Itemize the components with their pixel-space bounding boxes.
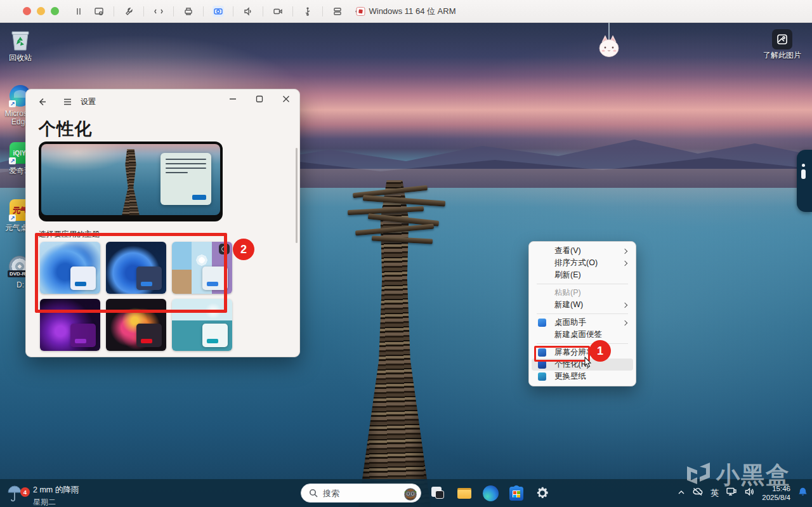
- vm-title-text: Windows 11 64 位 ARM: [369, 6, 455, 17]
- wrench-icon[interactable]: [123, 6, 134, 17]
- learn-picture-widget[interactable]: 了解此图片: [761, 29, 803, 60]
- settings-window[interactable]: 设置 个性化 选择要应用的主题: [25, 89, 300, 357]
- maximize-icon[interactable]: [246, 89, 273, 109]
- edge-browser-button[interactable]: [481, 484, 499, 502]
- window-controls: [23, 7, 59, 15]
- storage-icon[interactable]: [332, 6, 343, 17]
- minimize-icon[interactable]: [219, 89, 246, 109]
- search-icon: [309, 489, 318, 497]
- chevron-right-icon: [622, 260, 627, 265]
- page-title: 个性化: [39, 117, 299, 140]
- taskbar-center: [275, 479, 551, 507]
- preview-accent-button: [192, 195, 206, 200]
- settings-titlebar: 设置: [26, 89, 299, 114]
- menu-item-new[interactable]: 新建(W): [532, 299, 633, 311]
- tray-clock[interactable]: 15:46 2025/8/4: [762, 484, 790, 502]
- desktop-icon-recycle-bin[interactable]: 回收站: [0, 28, 41, 62]
- usb-icon[interactable]: [302, 6, 313, 17]
- network-icon[interactable]: [726, 487, 737, 499]
- menu-item-paste[interactable]: 粘贴(P): [532, 287, 633, 299]
- input-language-indicator[interactable]: 英: [710, 487, 719, 499]
- menu-item-sort[interactable]: 排序方式(O): [532, 257, 633, 269]
- vm-icon: [356, 7, 365, 16]
- sidebar-handle[interactable]: [797, 150, 812, 212]
- settings-button[interactable]: [534, 484, 551, 502]
- tray-date: 2025/8/4: [762, 493, 790, 502]
- tray-expand-icon[interactable]: [678, 487, 685, 499]
- hanging-cat-widget[interactable]: [596, 23, 622, 61]
- host-toolbar: [73, 6, 363, 17]
- desktop-assistant-icon: [538, 319, 546, 327]
- close-icon[interactable]: [273, 89, 299, 109]
- system-tray: 英 15:46 2025/8/4: [678, 479, 808, 507]
- desktop-context-menu: 查看(V) 排序方式(O) 刷新(E) 粘贴(P) 新建(W) 桌面助手 新建桌…: [528, 241, 636, 386]
- back-icon[interactable]: [32, 93, 51, 110]
- start-button[interactable]: [275, 484, 292, 502]
- picture-info-icon[interactable]: [772, 29, 792, 49]
- terminal-icon[interactable]: [153, 6, 164, 17]
- volume-icon[interactable]: [242, 6, 254, 17]
- search-daily-image-owl[interactable]: [403, 486, 418, 501]
- shortcut-arrow-icon: ↗: [9, 214, 16, 221]
- file-explorer-button[interactable]: [455, 484, 473, 502]
- tray-time: 15:46: [762, 484, 790, 493]
- taskbar-search[interactable]: [301, 484, 421, 503]
- settings-window-title: 设置: [81, 96, 96, 107]
- cloud-slash-icon[interactable]: [692, 487, 704, 499]
- microsoft-store-button[interactable]: [508, 484, 525, 502]
- minimize-window-button[interactable]: [37, 7, 45, 15]
- desktop-icon-label: 回收站: [0, 54, 41, 62]
- menu-separator: [537, 284, 628, 284]
- annotation-box-step2: [35, 233, 227, 313]
- mouse-cursor: [584, 357, 594, 371]
- weather-precip-text: 2 mm 的降雨: [33, 485, 79, 496]
- preview-sample-window: [160, 153, 211, 205]
- settings-scrollbar[interactable]: [296, 148, 298, 243]
- snapshot-icon[interactable]: [93, 6, 105, 17]
- camera-icon[interactable]: [213, 6, 224, 17]
- menu-item-change-wallpaper[interactable]: 更换壁纸: [532, 371, 633, 383]
- printer-icon[interactable]: [183, 6, 194, 17]
- learn-picture-label: 了解此图片: [761, 51, 803, 60]
- preview-wallpaper: [119, 149, 142, 215]
- chevron-right-icon: [622, 302, 627, 307]
- weather-badge: 4: [20, 487, 30, 497]
- shortcut-arrow-icon: ↗: [9, 157, 16, 164]
- umbrella-icon: 4: [6, 484, 23, 505]
- shortcut-arrow-icon: ↗: [9, 100, 16, 107]
- notification-bell-icon[interactable]: [797, 487, 808, 500]
- video-icon[interactable]: [272, 6, 284, 17]
- annotation-box-step1: [534, 346, 590, 362]
- weather-day-text: 星期二: [33, 497, 79, 507]
- menu-item-refresh[interactable]: 刷新(E): [532, 269, 633, 281]
- screen: Windows 11 64 位 ARM 回收站 ↗ Micros: [0, 0, 812, 507]
- close-window-button[interactable]: [23, 7, 31, 15]
- menu-item-desktop-assistant[interactable]: 桌面助手: [532, 317, 633, 329]
- vm-window-title: Windows 11 64 位 ARM: [356, 6, 455, 17]
- menu-separator: [537, 313, 628, 314]
- task-view-button[interactable]: [429, 484, 447, 502]
- volume-tray-icon[interactable]: [744, 487, 755, 499]
- chevron-right-icon: [622, 248, 627, 253]
- search-input[interactable]: [323, 489, 393, 498]
- pause-icon[interactable]: [73, 6, 84, 17]
- annotation-step2-badge: 2: [233, 239, 254, 260]
- host-titlebar: Windows 11 64 位 ARM: [0, 0, 812, 23]
- taskbar-weather-widget[interactable]: 4 2 mm 的降雨 星期二: [6, 482, 79, 507]
- change-wallpaper-icon: [538, 372, 546, 381]
- menu-item-view[interactable]: 查看(V): [532, 245, 633, 257]
- hamburger-menu-icon[interactable]: [58, 93, 77, 110]
- menu-item-new-sticky-note[interactable]: 新建桌面便签: [532, 329, 633, 341]
- theme-preview-monitor: [39, 142, 223, 221]
- zoom-window-button[interactable]: [51, 7, 59, 15]
- chevron-right-icon: [622, 320, 627, 325]
- menu-separator: [537, 343, 628, 344]
- desktop[interactable]: 回收站 ↗ Microsoft Edge iQIYI↗ 爱奇艺 元气↗ 元气桌面…: [0, 23, 812, 507]
- taskbar: 4 2 mm 的降雨 星期二: [0, 479, 812, 507]
- recycle-bin-icon: [8, 28, 32, 52]
